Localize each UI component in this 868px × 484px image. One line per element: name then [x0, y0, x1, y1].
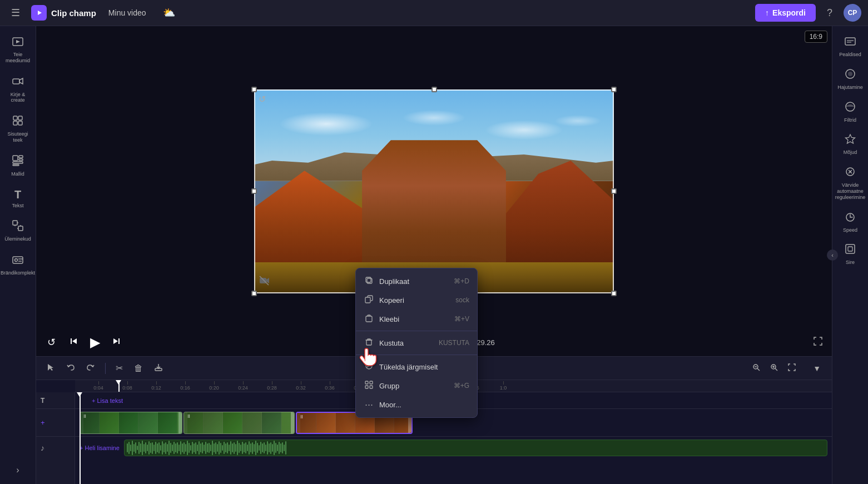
fullscreen-button[interactable] — [813, 336, 823, 348]
right-panel-filters[interactable]: Filtrid — [834, 96, 867, 128]
sidebar-item-media-label: Teie meediumid — [5, 52, 31, 64]
ctx-more[interactable]: ⋯ Moor... — [356, 395, 477, 414]
resize-handle-tr[interactable] — [611, 87, 617, 92]
wave-bar — [250, 443, 251, 453]
ctx-delete[interactable]: Kustuta KUSTUTA — [356, 333, 477, 352]
undo-button[interactable] — [63, 361, 78, 376]
user-avatar[interactable]: CP — [844, 4, 861, 22]
fit-timeline-button[interactable] — [784, 361, 800, 376]
wave-bar — [150, 443, 151, 453]
timeline-delete-button[interactable]: 🗑 — [131, 361, 146, 376]
sidebar-item-text[interactable]: T Tekst — [2, 184, 34, 213]
sidebar-item-templates-label: Mallid — [11, 171, 24, 177]
svg-rect-53 — [845, 38, 855, 45]
ruler-mark-0: 0:04 — [84, 381, 113, 391]
right-panel-effects[interactable]: Mõjud — [834, 128, 867, 160]
zoom-out-button[interactable] — [748, 361, 764, 376]
wave-bar — [280, 443, 281, 452]
wave-bar — [229, 445, 230, 452]
right-panel-color[interactable]: Hajutamine — [834, 63, 867, 95]
play-button[interactable]: ▶ — [90, 335, 100, 350]
my-video-tab[interactable]: Minu video — [103, 5, 152, 21]
sire-label: Sire — [846, 260, 855, 266]
clip-2-thumb-3 — [223, 412, 242, 433]
wave-bar — [158, 442, 160, 453]
clip-1-right-handle[interactable] — [178, 412, 182, 433]
svg-rect-6 — [13, 116, 17, 120]
add-text-button[interactable]: + Lisa tekst — [92, 397, 123, 404]
next-frame-button[interactable] — [109, 334, 123, 351]
sync-status-button[interactable]: ⛅ — [158, 3, 180, 22]
ctx-copy[interactable]: Kopeeri sock — [356, 291, 477, 310]
resize-handle-rm[interactable] — [611, 188, 617, 194]
resize-handle-br[interactable] — [611, 291, 617, 296]
wave-bar — [237, 441, 238, 455]
resize-handle-lm[interactable] — [251, 188, 257, 194]
timeline-collapse-button[interactable]: ▼ — [809, 362, 825, 375]
ctx-split[interactable]: Tükeldа järgmiselt — [356, 357, 477, 376]
export-button[interactable]: ↑ Ekspordi — [755, 4, 816, 22]
sidebar-item-record[interactable]: Kirje & create — [2, 71, 34, 108]
center-area: 16:9 — [36, 26, 832, 484]
right-panel-auto-color[interactable]: Värvide automaatne reguleerimine — [834, 161, 867, 204]
right-panel-captions[interactable]: Pealdised — [834, 31, 867, 62]
cut-button[interactable]: ✂ — [112, 361, 126, 376]
sidebar-item-templates[interactable]: Mallid — [2, 150, 34, 182]
hamburger-menu-button[interactable]: ☰ — [7, 3, 24, 22]
wave-bar — [175, 443, 176, 452]
wave-bar — [192, 442, 193, 454]
playhead-head — [77, 392, 82, 397]
right-panel-sire[interactable]: Sire — [834, 238, 867, 270]
sidebar-item-transitions[interactable]: Üleminekud — [2, 215, 34, 247]
video-clip-1[interactable]: ⏸ — [80, 412, 182, 434]
wave-bar — [187, 441, 188, 455]
ctx-group[interactable]: Grupp ⌘+G — [356, 376, 477, 395]
ctx-duplicate[interactable]: Duplikaat ⌘+D — [356, 272, 477, 291]
svg-rect-12 — [19, 159, 23, 161]
svg-rect-14 — [13, 164, 19, 166]
group-icon — [364, 381, 374, 391]
svg-rect-9 — [18, 121, 22, 125]
sync-icon: ⛅ — [163, 7, 175, 18]
prev-frame-button[interactable] — [67, 334, 81, 351]
rewind-button[interactable]: ↺ — [45, 334, 58, 351]
video-clip-2[interactable]: ⏸ — [183, 412, 295, 434]
sidebar-item-content[interactable]: Sisuteegi teek — [2, 110, 34, 148]
reset-view-icon[interactable]: ↺ — [259, 94, 266, 104]
svg-rect-41 — [365, 386, 368, 388]
audio-clip[interactable] — [124, 440, 827, 456]
right-panel-speed[interactable]: Speed — [834, 206, 867, 238]
redo-button[interactable] — [83, 361, 98, 376]
svg-line-37 — [367, 366, 369, 368]
sidebar-item-brand[interactable]: Brändikomplekt — [2, 249, 34, 281]
clip-3-thumb-2 — [316, 413, 336, 433]
add-audio-button[interactable]: + Heli lisamine — [80, 445, 120, 451]
sidebar-item-record-label: Kirje & create — [5, 92, 31, 104]
video-track-add-button[interactable]: + — [41, 418, 45, 427]
speed-icon — [844, 211, 856, 226]
wave-bar — [202, 442, 203, 453]
ctx-split-label: Tükeldа järgmiselt — [379, 363, 464, 371]
ctx-paste[interactable]: Kleebi ⌘+V — [356, 310, 477, 328]
right-sidebar-collapse-button[interactable]: ‹ — [827, 250, 838, 261]
wave-bar — [234, 442, 235, 454]
help-button[interactable]: ? — [822, 4, 837, 22]
wave-bar — [227, 442, 228, 453]
selection-tool-button[interactable] — [43, 361, 58, 376]
sidebar-item-media[interactable]: Teie meediumid — [2, 31, 34, 68]
wave-bar — [207, 443, 208, 452]
zoom-in-button[interactable] — [766, 361, 782, 376]
wave-bar — [247, 445, 248, 452]
clip-2-right-handle[interactable] — [291, 412, 294, 433]
resize-handle-tm[interactable] — [431, 87, 437, 92]
resize-handle-bl[interactable] — [251, 291, 257, 296]
filters-label: Filtrid — [844, 117, 856, 123]
sidebar-expand-button[interactable]: › — [12, 461, 23, 480]
wave-bar — [132, 441, 133, 455]
resize-handle-tl[interactable] — [251, 87, 257, 92]
wave-bar — [220, 443, 221, 453]
svg-rect-15 — [13, 221, 17, 225]
wave-bar — [249, 441, 250, 455]
wave-bar — [267, 441, 268, 455]
export-clip-button[interactable] — [151, 361, 166, 376]
